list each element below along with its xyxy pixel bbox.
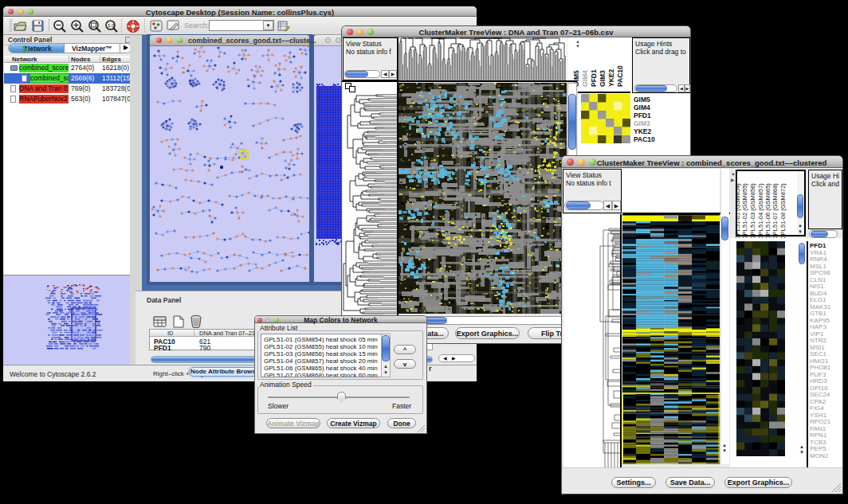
svg-text:1:1: 1:1 [108,23,115,28]
